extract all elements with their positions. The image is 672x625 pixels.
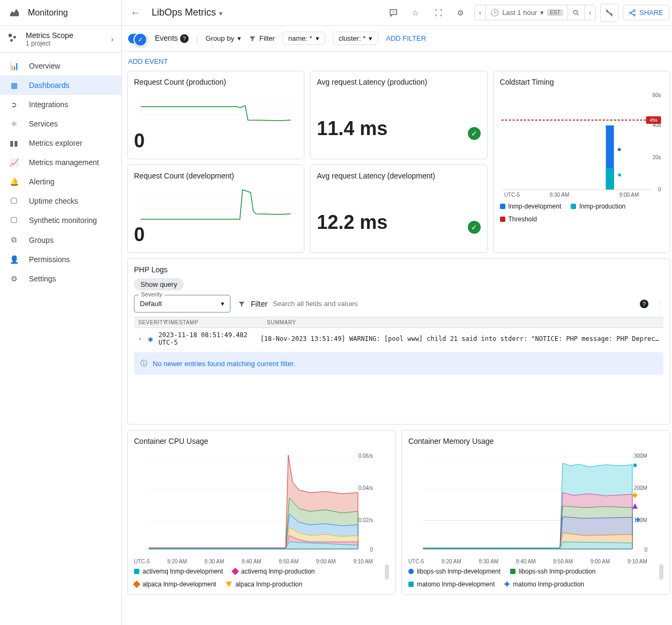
nav-icon: 🖵 xyxy=(9,197,19,205)
svg-rect-26 xyxy=(618,174,621,176)
fullscreen-icon[interactable]: ⛶ xyxy=(429,4,447,22)
groupby-dropdown[interactable]: Group by ▾ xyxy=(205,34,241,42)
svg-text:0.02/s: 0.02/s xyxy=(359,517,373,523)
back-button[interactable]: ← xyxy=(128,4,143,21)
legend-item: alpaca lnmp-production xyxy=(226,581,302,588)
gear-icon[interactable]: ⚙ xyxy=(452,4,470,22)
star-icon[interactable]: ☆ xyxy=(407,4,425,22)
svg-rect-0 xyxy=(10,15,19,16)
events-label: Events? xyxy=(155,34,189,43)
show-query-button[interactable]: Show query xyxy=(134,278,184,291)
sidebar-item-metrics-management[interactable]: 📈Metrics management xyxy=(0,153,121,172)
add-filter-button[interactable]: ADD FILTER xyxy=(386,34,426,42)
sidebar-item-label: Dashboards xyxy=(29,81,70,90)
nav-icon: ⚛ xyxy=(9,120,19,128)
chevron-right-icon: › xyxy=(138,335,148,343)
metrics-scope-row[interactable]: Metrics Scope 1 project › xyxy=(0,26,121,53)
svg-text:20s: 20s xyxy=(652,154,661,160)
legend-item: lnmp-production xyxy=(579,203,625,210)
svg-text:9:00 AM: 9:00 AM xyxy=(619,192,639,198)
caret-down-icon: ▾ xyxy=(219,10,222,17)
nav-icon: 🖵 xyxy=(9,216,19,225)
svg-text:0: 0 xyxy=(644,547,647,553)
sidebar-item-label: Services xyxy=(29,120,58,128)
legend-scrollbar[interactable] xyxy=(385,564,389,579)
legend-item: libops-ssh lnmp-production xyxy=(510,568,595,575)
caret-down-icon: ▾ xyxy=(237,34,241,42)
svg-line-6 xyxy=(577,13,578,15)
kpi-value: 0 xyxy=(134,224,297,246)
filter-button[interactable]: Filter xyxy=(249,34,275,42)
sidebar-item-permissions[interactable]: 👤Permissions xyxy=(0,250,121,269)
svg-rect-24 xyxy=(606,168,614,190)
table-header: SEVERITY xyxy=(138,319,165,325)
sidebar-item-label: Permissions xyxy=(29,255,70,264)
card-title: Request Count (development) xyxy=(134,172,297,180)
help-icon[interactable]: ? xyxy=(640,300,648,308)
sidebar-item-label: Overview xyxy=(29,62,60,70)
svg-text:0.06/s: 0.06/s xyxy=(359,453,373,459)
time-prev-button[interactable]: ‹ xyxy=(475,5,486,20)
sidebar-header: Monitoring xyxy=(0,0,121,26)
sidebar-item-services[interactable]: ⚛Services xyxy=(0,114,121,133)
sidebar-item-dashboards[interactable]: ▦Dashboards xyxy=(0,76,121,95)
check-icon: ✓ xyxy=(468,221,481,234)
events-toggle[interactable] xyxy=(128,34,147,43)
sidebar-item-integrations[interactable]: ➲Integrations xyxy=(0,95,121,114)
help-icon[interactable]: ? xyxy=(180,34,189,43)
time-range-button[interactable]: 🕒 Last 1 hour ▾ EST xyxy=(486,5,568,20)
sidebar-item-label: Uptime checks xyxy=(29,197,78,205)
svg-text:0.04/s: 0.04/s xyxy=(359,485,373,491)
share-button[interactable]: SHARE xyxy=(623,5,669,20)
caret-down-icon: ▾ xyxy=(369,34,372,42)
svg-point-25 xyxy=(617,148,621,151)
caret-down-icon: ▾ xyxy=(540,9,544,17)
svg-line-7 xyxy=(606,10,613,16)
timezone-badge: EST xyxy=(547,9,563,16)
caret-down-icon: ▾ xyxy=(316,34,319,42)
svg-point-5 xyxy=(573,10,577,14)
time-search-button[interactable] xyxy=(568,5,585,20)
filter-label: Filter xyxy=(251,300,267,308)
monitoring-icon xyxy=(9,6,20,19)
legend-scrollbar[interactable] xyxy=(659,564,663,579)
filter-chip-cluster[interactable]: cluster: * ▾ xyxy=(333,32,379,45)
svg-text:60s: 60s xyxy=(652,92,661,98)
nav-icon: 📊 xyxy=(9,62,19,70)
log-summary: [18-Nov-2023 13:51:49] WARNING: [pool ww… xyxy=(260,335,659,343)
add-event-button[interactable]: ADD EVENT xyxy=(128,57,168,65)
time-next-button[interactable]: › xyxy=(585,5,595,20)
nav-icon: ⧉ xyxy=(9,235,19,244)
svg-line-12 xyxy=(631,13,633,14)
card-latency-dev: Avg request Latency (development) 12.2 m… xyxy=(310,165,487,253)
card-mem-usage: Container Memory Usage 300M 200M 100M 0 xyxy=(401,430,670,595)
svg-text:✚: ✚ xyxy=(635,516,640,524)
sidebar-item-groups[interactable]: ⧉Groups xyxy=(0,230,121,250)
sidebar-item-metrics-explorer[interactable]: ▮▮Metrics explorer xyxy=(0,133,121,153)
info-icon: ⓘ xyxy=(140,359,147,368)
svg-text:300M: 300M xyxy=(634,453,647,459)
sidebar-item-settings[interactable]: ⚙Settings xyxy=(0,269,121,288)
nav-icon: ▮▮ xyxy=(9,139,19,147)
legend-item: ✚matomo lnmp-production xyxy=(504,581,584,588)
sidebar-item-overview[interactable]: 📊Overview xyxy=(0,56,121,76)
filter-chip-name[interactable]: name: * ▾ xyxy=(282,32,325,45)
severity-select[interactable]: Severity Default ▾ xyxy=(134,295,230,312)
sidebar-item-uptime-checks[interactable]: 🖵Uptime checks xyxy=(0,191,121,211)
svg-rect-50 xyxy=(633,464,637,467)
sidebar-item-label: Integrations xyxy=(29,100,68,109)
log-search-input[interactable] xyxy=(273,300,630,308)
sidebar-item-synthetic-monitoring[interactable]: 🖵Synthetic monitoring xyxy=(0,211,121,230)
scope-icon xyxy=(8,33,18,46)
legend-item: libops-ssh lnmp-development xyxy=(408,568,501,575)
page-title[interactable]: LibOps Metrics▾ xyxy=(152,7,222,18)
table-row[interactable]: › ✱ 2023-11-18 08:51:49.482 UTC-5 [18-No… xyxy=(134,328,663,350)
svg-point-1 xyxy=(9,33,12,37)
annotate-icon[interactable]: + xyxy=(384,4,402,22)
svg-text:+: + xyxy=(392,9,395,14)
autorefresh-off-button[interactable] xyxy=(600,4,618,22)
legend-item: activemq lnmp-development xyxy=(134,568,223,575)
sidebar-item-alerting[interactable]: 🔔Alerting xyxy=(0,172,121,191)
clock-icon: 🕒 xyxy=(490,9,499,17)
legend-item: Threshold xyxy=(509,215,537,223)
